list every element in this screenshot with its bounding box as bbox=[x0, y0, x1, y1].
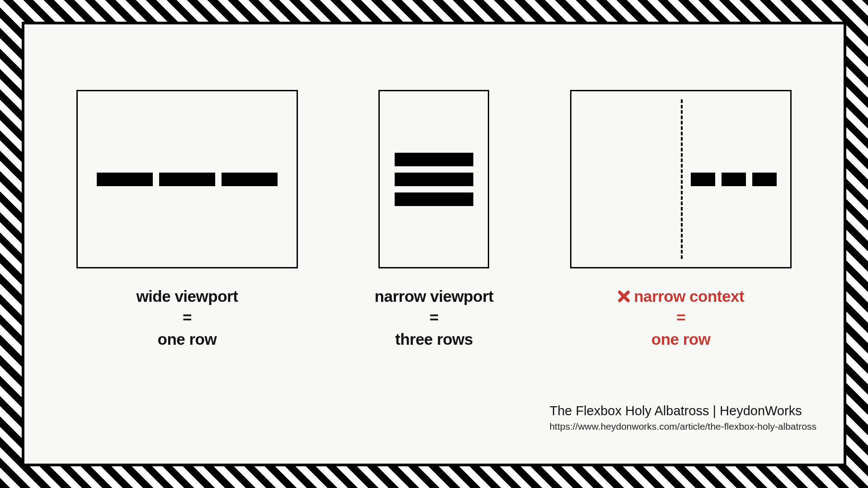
content-bar bbox=[691, 173, 715, 186]
viewport-box-context bbox=[570, 90, 792, 268]
x-icon bbox=[618, 290, 630, 303]
caption-eq: = bbox=[618, 307, 744, 328]
viewport-box-narrow bbox=[378, 90, 489, 268]
content-bar bbox=[722, 173, 746, 186]
caption-context: narrow context = one row bbox=[618, 286, 744, 350]
content-bar bbox=[395, 173, 473, 186]
diagram-row: wide viewport = one row narrow viewport … bbox=[24, 90, 844, 350]
content-bar bbox=[752, 173, 777, 186]
caption-line: three rows bbox=[375, 328, 494, 350]
caption-line: wide viewport bbox=[136, 286, 238, 307]
caption-eq: = bbox=[375, 307, 494, 328]
bars-row bbox=[97, 173, 278, 186]
caption-line: one row bbox=[136, 328, 238, 350]
credit-url: https://www.heydonworks.com/article/the-… bbox=[549, 421, 816, 432]
slide-frame: wide viewport = one row narrow viewport … bbox=[0, 0, 868, 488]
content-bar bbox=[97, 173, 153, 186]
slide-panel: wide viewport = one row narrow viewport … bbox=[22, 22, 846, 466]
caption-wide: wide viewport = one row bbox=[136, 286, 238, 350]
content-bar bbox=[222, 173, 278, 186]
divider-dashed bbox=[681, 99, 683, 259]
content-bar bbox=[395, 153, 473, 166]
caption-line: narrow viewport bbox=[375, 286, 494, 307]
credit-title: The Flexbox Holy Albatross | HeydonWorks bbox=[549, 404, 816, 418]
viewport-box-wide bbox=[76, 90, 298, 268]
example-wide: wide viewport = one row bbox=[76, 90, 298, 350]
caption-eq: = bbox=[136, 307, 238, 328]
caption-narrow: narrow viewport = three rows bbox=[375, 286, 494, 350]
example-narrow: narrow viewport = three rows bbox=[375, 90, 494, 350]
caption-line: narrow context bbox=[618, 286, 744, 307]
caption-text: narrow context bbox=[634, 287, 744, 305]
content-bar bbox=[159, 173, 215, 186]
content-bar bbox=[395, 192, 473, 206]
credit: The Flexbox Holy Albatross | HeydonWorks… bbox=[549, 404, 816, 432]
bars-col bbox=[395, 153, 473, 206]
bars-row-context bbox=[691, 173, 777, 186]
caption-line: one row bbox=[618, 328, 744, 350]
example-context: narrow context = one row bbox=[570, 90, 792, 350]
